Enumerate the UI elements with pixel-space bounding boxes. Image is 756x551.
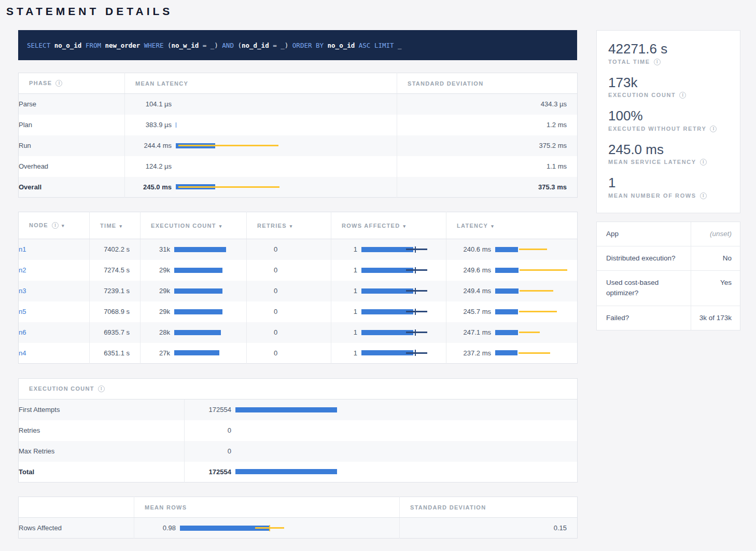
info-icon[interactable]: i (710, 126, 717, 132)
bar-chart (361, 267, 444, 274)
bar-chart (361, 246, 444, 253)
info-icon[interactable]: i (52, 222, 59, 229)
info-icon[interactable]: i (700, 159, 707, 166)
cell-value: 245.7 ms (446, 308, 491, 315)
node-link[interactable]: n3 (19, 287, 26, 295)
execution-count-table: EXECUTION COUNTi First Attempts172554Ret… (18, 378, 578, 483)
stddev-whisker (406, 332, 427, 333)
bar-chart (180, 525, 398, 532)
info-icon[interactable]: i (679, 92, 686, 99)
rows-affected-table: MEAN ROWS STANDARD DEVIATION Rows Affect… (18, 497, 578, 539)
bar-chart (174, 246, 247, 253)
node-link[interactable]: n5 (19, 308, 26, 315)
detail-row: Used cost-based optimizer?Yes (597, 271, 740, 306)
sql-token: no_w_id (172, 42, 199, 49)
stat-value: 100% (608, 107, 729, 125)
execution-count-cell: 29k (141, 260, 247, 281)
node-row: n46351.1 s27k01237.2 ms (19, 343, 578, 364)
sort-desc-icon[interactable]: ▾ (290, 224, 292, 229)
info-icon[interactable]: i (55, 80, 62, 87)
sort-desc-icon[interactable]: ▾ (219, 224, 222, 229)
mean-bar (495, 350, 517, 355)
layout: SELECT no_o_id FROM new_order WHERE (no_… (18, 30, 740, 539)
node-link[interactable]: n1 (19, 245, 26, 253)
info-icon[interactable]: i (654, 59, 661, 65)
mean-latency-cell: 104.1 µs (125, 94, 397, 115)
sort-desc-icon[interactable]: ▾ (62, 223, 64, 228)
execution-count-cell: 31k (141, 239, 247, 260)
bar-chart (176, 163, 394, 170)
value-with-bar: 245.0 ms (125, 177, 397, 198)
stddev-value: 0.15 (400, 518, 578, 539)
cell-value: 1 (331, 287, 357, 295)
value-with-bar: 29k (141, 260, 246, 281)
time-cell: 7274.5 s (90, 260, 141, 281)
detail-value: Yes (691, 271, 740, 306)
value-with-bar: 1 (331, 301, 446, 322)
mean-latency-cell: 245.0 ms (125, 177, 397, 198)
mean-bar (361, 309, 413, 314)
summary-stat: 245.0 msMEAN SERVICE LATENCYi (608, 136, 729, 170)
time-cell: 6351.1 s (90, 343, 141, 364)
phase-row: Plan383.9 µs1.2 ms (19, 115, 578, 135)
column-header-retries[interactable]: RETRIES▾ (247, 212, 331, 239)
cell-value: 29k (141, 266, 170, 274)
node-row: n57068.9 s29k01245.7 ms (19, 301, 578, 322)
retries-cell: 0 (247, 322, 331, 343)
column-header-latency[interactable]: LATENCY▾ (446, 212, 578, 239)
node-row: n17402.2 s31k01240.6 ms (19, 239, 578, 260)
value-with-bar: 1 (331, 260, 446, 281)
stddev-whisker (519, 311, 557, 312)
node-cell: n5 (19, 301, 90, 322)
info-icon[interactable]: i (98, 385, 105, 392)
execution-count-cell: 27k (141, 343, 247, 364)
sort-desc-icon[interactable]: ▾ (403, 224, 405, 229)
time-cell: 6935.7 s (90, 322, 141, 343)
mean-bar (495, 330, 518, 335)
row-label: Total (19, 462, 185, 483)
mean-bar (361, 350, 413, 355)
execution-count-cell: 29k (141, 301, 247, 322)
bar-chart (235, 468, 572, 475)
latency-cell: 249.4 ms (446, 281, 578, 301)
column-header-node[interactable]: NODEi▾ (19, 212, 90, 239)
value-with-bar: 240.6 ms (446, 239, 577, 260)
node-link[interactable]: n4 (19, 349, 26, 357)
column-header-execution-count[interactable]: EXECUTION COUNT▾ (141, 212, 247, 239)
sort-desc-icon[interactable]: ▾ (119, 224, 122, 229)
value-with-bar: 0 (185, 420, 577, 441)
value-with-bar: 31k (141, 239, 246, 260)
column-header-label: PHASE (29, 80, 52, 86)
column-header-label: EXECUTION COUNT (151, 223, 216, 229)
info-icon[interactable]: i (700, 192, 707, 199)
value-with-bar: 124.2 µs (125, 156, 397, 177)
column-header-rows-affected[interactable]: ROWS AFFECTED▾ (331, 212, 446, 239)
value-with-bar: 1 (331, 343, 446, 364)
summary-stat: 100%EXECUTED WITHOUT RETRYi (608, 103, 729, 136)
detail-value: (unset) (691, 222, 740, 246)
value-with-bar: 1 (331, 281, 446, 301)
node-cell: n6 (19, 322, 90, 343)
detail-row: Failed?3k of 173k (597, 306, 740, 330)
stddev-whisker (178, 145, 278, 146)
mean-bar (361, 247, 413, 252)
cell-value: 0 (185, 426, 231, 434)
sql-token: ORDER BY (292, 42, 328, 49)
execution-count-cell: 28k (141, 322, 247, 343)
node-link[interactable]: n6 (19, 328, 26, 336)
node-link[interactable]: n2 (19, 266, 26, 274)
phase-row: Overhead124.2 µs1.1 ms (19, 156, 578, 177)
mean-bar (495, 247, 518, 252)
stat-value: 245.0 ms (608, 141, 729, 158)
column-header-time[interactable]: TIME▾ (90, 212, 141, 239)
cell-value: 0 (185, 447, 231, 455)
stat-value: 1 (608, 174, 729, 191)
value-with-bar: 249.4 ms (446, 281, 577, 301)
sort-desc-icon[interactable]: ▾ (491, 224, 494, 229)
cell-value: 1 (331, 245, 357, 253)
mean-bar (495, 309, 518, 314)
stat-label: TOTAL TIMEi (608, 59, 729, 65)
stddev-tick (415, 329, 416, 336)
rows-affected-cell: 1 (331, 260, 446, 281)
row-label: Max Retries (19, 441, 185, 462)
